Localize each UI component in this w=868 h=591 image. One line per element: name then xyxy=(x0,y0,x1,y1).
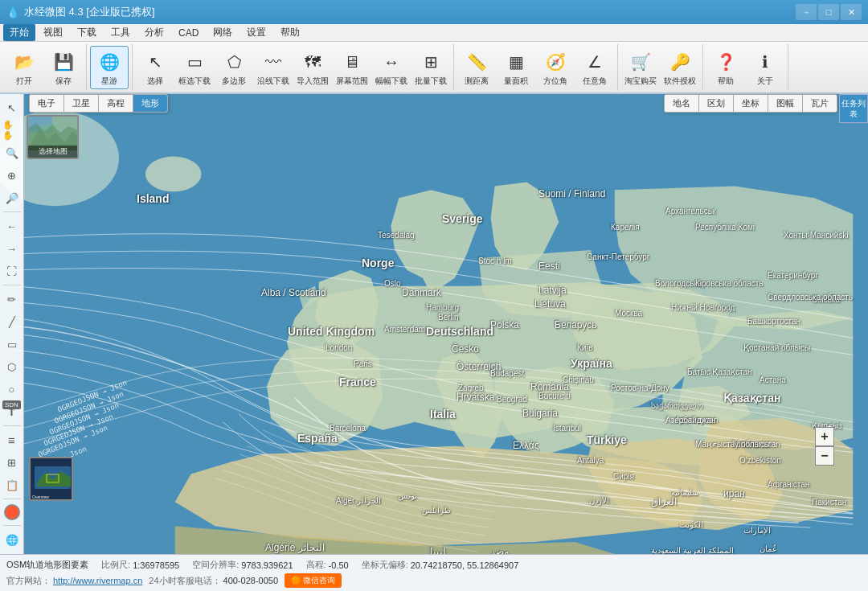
tool-screen[interactable]: 🖥屏幕范围 xyxy=(333,46,371,89)
tool-zoom-in[interactable]: 🔍 xyxy=(2,142,23,163)
select-icon xyxy=(7,102,16,114)
tool-table[interactable]: ⊞ xyxy=(2,452,23,473)
toolbar-group: ❓帮助ℹ关于 xyxy=(706,44,788,91)
toolbar-group: 📏测距离▦量面积🧭方位角∠任意角 xyxy=(457,44,618,91)
menu-item-分析[interactable]: 分析 xyxy=(138,24,170,41)
tool-circle[interactable]: ○ xyxy=(2,379,23,400)
table-icon: ⊞ xyxy=(7,457,16,469)
tool-rect-draw[interactable]: ▭ xyxy=(2,334,23,355)
toolbar-group: ↖选择▭框选下载⬠多边形〰沿线下载🗺导入范围🖥屏幕范围↔幅幅下载⊞批量下载 xyxy=(136,44,454,91)
zoom-out-button[interactable]: − xyxy=(815,446,834,466)
close-button[interactable]: ✕ xyxy=(841,4,862,20)
tool-open[interactable]: 📂打开 xyxy=(5,46,43,89)
tool-batch[interactable]: ⊞批量下载 xyxy=(411,46,450,89)
toolbar-group: 📂打开💾保存 xyxy=(5,44,87,91)
maximize-button[interactable]: □ xyxy=(818,4,839,20)
save-icon: 💾 xyxy=(51,49,76,75)
tool-about[interactable]: ℹ关于 xyxy=(746,46,784,89)
tool-poly-draw[interactable]: ⬡ xyxy=(2,356,23,377)
feature-tab-地名[interactable]: 地名 xyxy=(665,95,699,112)
tool-help[interactable]: ❓帮助 xyxy=(706,46,745,89)
left-tools-panel: ✋ 🔍 ⊕ 🔎 ← → ⛶ ✏ ╱ ▭ ⬡ ○ T ≡ ⊞ 📋 🌐 SDN xyxy=(0,94,24,554)
menu-item-帮助[interactable]: 帮助 xyxy=(274,24,306,41)
tool-layers[interactable]: ≡ xyxy=(2,429,23,450)
tool-info[interactable]: 📋 xyxy=(2,474,23,495)
open-icon: 📂 xyxy=(11,49,37,75)
tool-poly[interactable]: ⬠多边形 xyxy=(215,46,253,89)
menubar: 开始视图下载工具分析CAD网络设置帮助 xyxy=(0,24,868,42)
tool-along[interactable]: 〰沿线下载 xyxy=(254,46,293,89)
tool-save[interactable]: 💾保存 xyxy=(44,46,83,89)
bearing-label: 方位角 xyxy=(543,76,567,85)
menu-item-开始[interactable]: 开始 xyxy=(3,24,35,41)
full-extent-icon: ⛶ xyxy=(6,265,17,277)
menu-item-工具[interactable]: 工具 xyxy=(104,24,137,41)
tool-select[interactable]: ↖选择 xyxy=(136,46,174,89)
measure-label: 测距离 xyxy=(465,76,489,85)
tool-browse[interactable]: 🌐星游 xyxy=(90,46,129,89)
tool-globe[interactable]: 🌐 xyxy=(2,529,23,550)
circle-icon: ○ xyxy=(9,384,15,396)
wechat-button[interactable]: 🟠 微信咨询 xyxy=(285,573,342,588)
open-label: 打开 xyxy=(16,76,32,85)
tool-select[interactable] xyxy=(2,97,23,118)
auth-icon: 🔑 xyxy=(667,49,693,75)
width-label: 幅幅下载 xyxy=(375,76,407,85)
menu-item-网络[interactable]: 网络 xyxy=(207,24,239,41)
tool-next-view[interactable]: → xyxy=(2,238,23,259)
right-tab-tasks[interactable]: 任务列表 xyxy=(839,94,868,123)
feature-tab-图幅[interactable]: 图幅 xyxy=(768,95,803,112)
info-icon: 📋 xyxy=(6,479,18,491)
map-type-tab-卫星[interactable]: 卫星 xyxy=(64,95,99,112)
tool-area[interactable]: ▦量面积 xyxy=(497,46,535,89)
minimize-button[interactable]: － xyxy=(796,4,817,20)
tool-bearing[interactable]: 🧭方位角 xyxy=(536,46,575,89)
tool-region[interactable]: 🗺导入范围 xyxy=(293,46,332,89)
tool-width[interactable]: ↔幅幅下载 xyxy=(372,46,411,89)
measure-icon: 📏 xyxy=(464,49,489,75)
tool-angle[interactable]: ∠任意角 xyxy=(575,46,614,89)
zoom-in-button[interactable]: + xyxy=(815,427,834,446)
tool-line[interactable]: ╱ xyxy=(2,311,23,332)
svg-point-7 xyxy=(145,157,202,192)
map-type-tab-地形[interactable]: 地形 xyxy=(133,95,167,112)
layers-icon: ≡ xyxy=(8,433,15,447)
sdn-badge: SDN xyxy=(2,400,21,409)
tool-auth[interactable]: 🔑软件授权 xyxy=(661,46,699,89)
zoom-out-icon: 🔎 xyxy=(6,192,18,204)
tool-divider-4 xyxy=(3,499,21,499)
feature-tab-坐标[interactable]: 坐标 xyxy=(734,95,768,112)
app-icon: 💧 xyxy=(6,6,19,18)
tool-rect[interactable]: ▭框选下载 xyxy=(175,46,214,89)
menu-item-CAD[interactable]: CAD xyxy=(172,26,205,40)
menu-item-下载[interactable]: 下载 xyxy=(71,24,103,41)
tool-zoom-rect[interactable]: ⊕ xyxy=(2,165,23,186)
save-label: 保存 xyxy=(55,76,72,85)
line-icon: ╱ xyxy=(9,316,15,328)
tool-measure[interactable]: 📏测距离 xyxy=(457,46,496,89)
menu-item-设置[interactable]: 设置 xyxy=(240,24,272,41)
layer-thumb-label: 选择地图 xyxy=(28,146,77,158)
title-area: 💧 水经微图 4.3 [企业版已携权] xyxy=(6,5,155,19)
tool-taobao[interactable]: 🛒淘宝购买 xyxy=(621,46,660,89)
layer-thumbnail[interactable]: 选择地图 xyxy=(27,115,79,159)
menu-item-视图[interactable]: 视图 xyxy=(37,24,69,41)
feature-tab-瓦片[interactable]: 瓦片 xyxy=(803,95,837,112)
feature-tab-区划[interactable]: 区划 xyxy=(699,95,734,112)
map-type-tab-高程[interactable]: 高程 xyxy=(99,95,133,112)
tool-full-extent[interactable]: ⛶ xyxy=(2,261,23,281)
map-type-tab-电子[interactable]: 电子 xyxy=(30,95,64,112)
tool-zoom-out[interactable]: 🔎 xyxy=(2,187,23,208)
batch-icon: ⊞ xyxy=(418,49,444,75)
tool-pencil[interactable]: ✏ xyxy=(2,289,23,310)
window-controls: － □ ✕ xyxy=(796,4,862,20)
map-container[interactable]: IslandSverigeSuomi / FinlandTesedalagNor… xyxy=(0,94,868,554)
app-title: 水经微图 4.3 [企业版已携权] xyxy=(24,5,155,19)
taobao-label: 淘宝购买 xyxy=(624,76,657,85)
website-link[interactable]: http://www.rivermap.cn xyxy=(53,576,142,585)
zoom-controls: + − xyxy=(815,427,834,466)
tool-prev-view[interactable]: ← xyxy=(2,215,23,236)
color-swatch[interactable] xyxy=(4,504,20,520)
region-label: 导入范围 xyxy=(297,76,329,85)
tool-hand[interactable]: ✋ xyxy=(2,120,23,141)
